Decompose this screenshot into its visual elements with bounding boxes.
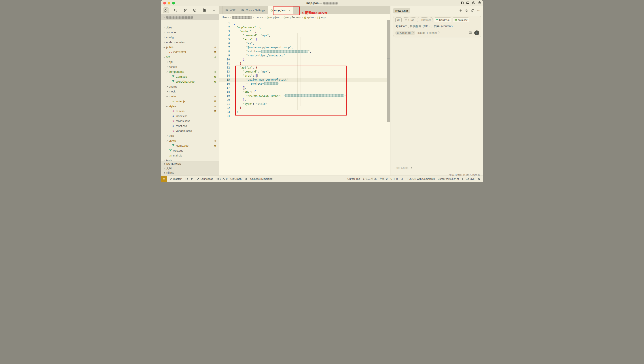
tree-item-mixins-scss[interactable]: §mixins.scss [161,119,219,124]
status-item[interactable] [244,177,247,180]
package-icon[interactable] [192,8,198,13]
tree-item-enums[interactable]: enums [161,84,219,89]
zoom-window-button[interactable] [172,2,175,5]
tab-mcp-json[interactable]: {}mcp.json× [268,6,293,14]
extensions-icon[interactable] [202,8,207,13]
tree-item-assets[interactable]: assets [161,65,219,69]
tree-item-api[interactable]: api [161,60,219,65]
breadcrumb-item[interactable]: .cursor [255,16,264,19]
status-item-lf[interactable]: LF [401,177,404,180]
breadcrumb-item[interactable]: {} mcpServers [284,16,301,19]
status-item-chinese-simplified-[interactable]: Chinese (Simplified) [250,177,273,180]
plus-icon[interactable] [459,9,462,13]
tree-item-variable-scss[interactable]: §variable.scss [161,128,219,133]
sass-file-icon: § [172,120,175,123]
tree-item-reset-css[interactable]: #reset.css [161,124,219,128]
status-item-json-with-comments[interactable]: {}JSON with Comments [406,177,435,180]
tree-item-public[interactable]: public [161,45,219,50]
sync-icon [185,177,188,180]
model-dropdown[interactable]: claude-4-sonnet [418,31,440,35]
minimize-window-button[interactable] [168,2,170,5]
gear-icon[interactable] [478,1,481,5]
status-item-go-live[interactable]: Go Live [462,177,474,180]
chevron-down-icon[interactable] [211,8,217,13]
tree-item-fn-scss[interactable]: §fn.scssM [161,109,219,114]
code-editor[interactable]: Users››.cursor›{} mcp.json›{} mcpServers… [219,14,390,176]
status-item[interactable] [185,177,188,180]
chat-input-card[interactable]: @1 Tab+ BrowserCard.vuedata.csv 封装Card，提… [393,16,481,37]
context-chip-card-vue[interactable]: Card.vue [434,18,452,22]
tree-item-config[interactable]: config [161,35,219,40]
tree-item-views[interactable]: views [161,138,219,143]
tree-item-index-js[interactable]: JSindex.jsM [161,99,219,104]
status-item-cursor-代理未启用[interactable]: Cursor 代理未启用 [438,177,459,181]
tree-item-router[interactable]: router [161,94,219,99]
tree-item-styles[interactable]: styles [161,104,219,109]
layout-sidebar-icon[interactable] [460,1,464,5]
past-chats-link[interactable]: Past Chats [395,166,412,169]
tree-item-main-js[interactable]: JSmain.js [161,153,219,158]
code-content[interactable]: 1{2 "mcpServers": {3 "modao": {4 "comman… [219,21,390,118]
sidebar-section-2[interactable]: 时间线 [161,170,219,175]
more-icon[interactable]: ··· [477,9,480,12]
project-root-row[interactable] [161,14,219,20]
tree-item-wordchart-vue[interactable]: WordChart.vueU [161,79,219,84]
context-chip-data-csv[interactable]: data.csv [452,18,469,22]
sidebar-section-0[interactable]: NOTEPADS [161,162,219,166]
tab-new-chat[interactable]: New Chat [393,8,410,14]
breadcrumb-item[interactable]: Users [222,16,229,19]
tree-item--idea[interactable]: .idea [161,25,219,30]
tree-item-app-vue[interactable]: App.vue [161,148,219,153]
status-item-cursor-tab[interactable]: Cursor Tab [348,177,360,180]
layout-panel-icon[interactable] [466,1,470,5]
tree-item-utils[interactable]: utils [161,133,219,138]
tree-item-components[interactable]: components [161,69,219,74]
status-item-行-15-列-36[interactable]: 行 15, 列 36 [363,177,376,181]
explorer-icon[interactable] [163,8,169,13]
tab-cursor-settings[interactable]: Cursor Settings [238,6,268,14]
tree-item-src[interactable]: src [161,55,219,60]
tree-item-card-vue[interactable]: Card.vueU [161,74,219,79]
remote-indicator[interactable]: >< [161,176,167,182]
chevron-right-icon [163,37,165,38]
chat-input-text[interactable]: 封装Card，提供标题（title）、内容（content）、 [393,22,481,28]
breadcrumb-item[interactable]: {} apifox [304,16,314,19]
cube-icon[interactable] [472,1,476,5]
vue-file-icon [172,80,175,84]
breadcrumb-item[interactable]: [ ] args [318,16,326,19]
status-item-git-graph[interactable]: Git Graph [230,177,242,180]
attach-image-icon[interactable] [469,31,472,35]
search-icon[interactable] [173,8,178,13]
tree-item-home-vue[interactable]: Home.vueM [161,143,219,148]
tree-item-index-css[interactable]: #index.css [161,114,219,119]
tree-item-node-modules[interactable]: node_modules [161,40,219,45]
source-control-icon[interactable] [182,8,188,13]
breadcrumb-item[interactable]: {} mcp.json [267,16,280,19]
status-item-空格-2[interactable]: 空格: 2 [380,177,388,181]
context-chip--browser[interactable]: + Browser [418,18,433,22]
tree-item-index-html[interactable]: <>index.htmlM [161,50,219,55]
vue-file-icon [172,144,175,147]
context-chip--[interactable]: @ [395,18,402,22]
copy-icon[interactable] [471,9,474,13]
status-item-launchpad[interactable]: Launchpad [197,177,213,180]
breadcrumb[interactable]: Users››.cursor›{} mcp.json›{} mcpServers… [219,14,390,21]
tab--[interactable]: 设置 [222,6,238,14]
warn-icon [222,177,225,180]
close-tab-icon[interactable]: × [288,9,290,12]
status-item[interactable] [191,177,194,180]
context-chip-1-tab[interactable]: 1 Tab [403,18,416,22]
sidebar-section-1[interactable]: 大纲 [161,166,219,170]
tree-item-mock[interactable]: mock [161,89,219,94]
status-item-0[interactable]: 00 [216,177,228,180]
agent-mode-dropdown[interactable]: ∞ Agent ⌘I [395,31,415,35]
status-item-master-[interactable]: master* [170,177,182,180]
status-item[interactable] [478,177,480,180]
tree-item--vscode[interactable]: .vscode [161,30,219,35]
editor-scrollbar[interactable] [387,20,390,122]
breadcrumb-separator: › [302,16,303,19]
close-window-button[interactable] [163,2,166,5]
send-button[interactable]: ↑ [474,31,479,35]
status-item-utf-8[interactable]: UTF-8 [390,177,398,180]
history-icon[interactable] [465,9,468,13]
